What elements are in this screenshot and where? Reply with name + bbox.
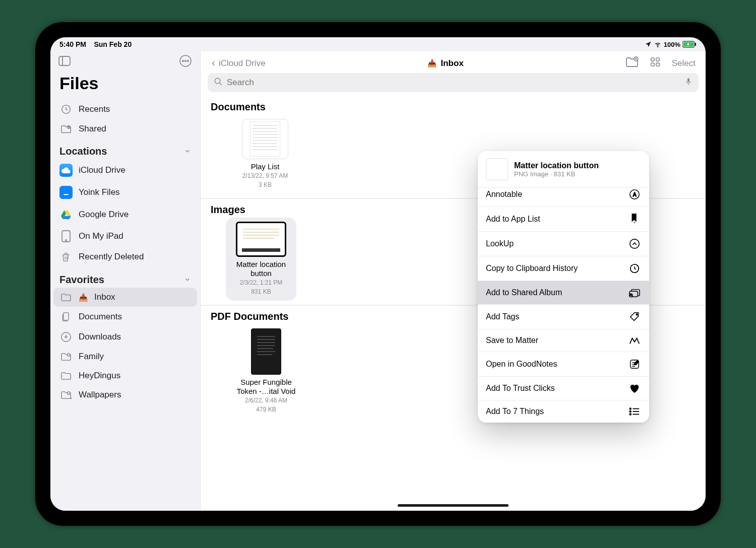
- battery-icon: [682, 41, 697, 48]
- file-meta-date: 2/6/22, 9:46 AM: [231, 397, 301, 405]
- chevron-up-circle-icon: [628, 238, 641, 249]
- section-heading-documents: Documents: [201, 96, 706, 116]
- heart-icon: [628, 383, 641, 393]
- context-subtitle: PNG Image · 831 KB: [514, 170, 599, 178]
- context-menu: Matter location button PNG Image · 831 K…: [478, 151, 649, 423]
- home-indicator[interactable]: [398, 504, 509, 507]
- search-icon: [214, 77, 223, 88]
- sidebar-item-family[interactable]: Family: [53, 347, 197, 366]
- annotate-icon: A: [628, 189, 641, 200]
- sidebar-title: Files: [53, 70, 197, 99]
- context-item-annotable[interactable]: Annotable A: [478, 187, 649, 207]
- svg-point-6: [182, 60, 184, 62]
- search-input[interactable]: [227, 78, 680, 88]
- inbox-emoji-icon: 📥: [427, 59, 437, 67]
- inbox-emoji-icon: 📥: [79, 294, 88, 301]
- download-icon: [59, 331, 73, 342]
- sidebar-item-downloads[interactable]: Downloads: [53, 327, 197, 347]
- sidebar-heading-locations[interactable]: Locations: [53, 142, 197, 159]
- chevron-down-icon: [184, 146, 191, 157]
- back-button[interactable]: iCloud Drive: [211, 58, 266, 68]
- sidebar-item-icloud-drive[interactable]: iCloud Drive: [53, 159, 197, 181]
- sidebar-item-google-drive[interactable]: Google Drive: [53, 203, 197, 226]
- icloud-icon: [59, 164, 73, 177]
- svg-point-7: [185, 60, 186, 62]
- shared-folder-icon: [59, 352, 73, 361]
- context-item-goodnotes[interactable]: Open in GoodNotes: [478, 352, 649, 376]
- svg-point-60: [629, 411, 631, 413]
- battery-percent: 100%: [664, 41, 680, 48]
- bookmark-add-icon: +: [628, 214, 641, 225]
- tag-icon: [628, 311, 641, 322]
- sidebar-toggle-icon[interactable]: [58, 56, 71, 68]
- context-item-trust-clicks[interactable]: Add To Trust Clicks: [478, 376, 649, 400]
- sidebar-item-heydingus[interactable]: HeyDingus: [53, 366, 197, 385]
- sidebar-item-yoink-files[interactable]: Yoink Files: [53, 181, 197, 203]
- location-icon: [645, 41, 652, 48]
- sidebar-item-wallpapers[interactable]: Wallpapers: [53, 385, 197, 404]
- context-item-clipboard-history[interactable]: Copy to Clipboard History: [478, 256, 649, 281]
- svg-point-62: [629, 414, 631, 415]
- status-date: Sun Feb 20: [94, 40, 132, 48]
- select-button[interactable]: Select: [672, 58, 696, 68]
- search-field[interactable]: [208, 73, 699, 92]
- context-item-save-matter[interactable]: Save to Matter: [478, 329, 649, 352]
- context-item-7-things[interactable]: Add To 7 Things: [478, 400, 649, 423]
- microphone-icon[interactable]: [684, 77, 692, 89]
- context-item-add-tags[interactable]: Add Tags: [478, 304, 649, 329]
- file-tile-selected[interactable]: Matter location button 2/3/22, 1:21 PM 8…: [226, 218, 296, 301]
- sidebar-item-label: Family: [79, 352, 104, 362]
- svg-rect-24: [250, 121, 280, 157]
- sidebar-item-documents[interactable]: Documents: [53, 307, 197, 327]
- sidebar-item-label: HeyDingus: [79, 371, 120, 381]
- trash-icon: [59, 251, 73, 262]
- more-icon[interactable]: [179, 54, 192, 70]
- sidebar-item-on-my-ipad[interactable]: On My iPad: [53, 226, 197, 247]
- svg-rect-2: [695, 43, 696, 46]
- svg-point-16: [68, 392, 70, 394]
- file-tile[interactable]: Play List 2/13/22, 9:57 AM 3 KB: [235, 119, 295, 189]
- sidebar-item-label: Inbox: [94, 292, 115, 302]
- svg-rect-20: [651, 63, 654, 66]
- file-tile[interactable]: Super Fungible Token -…ital Void 2/6/22,…: [231, 328, 301, 414]
- sidebar-item-inbox[interactable]: 📥 Inbox: [53, 288, 197, 307]
- sidebar-item-recently-deleted[interactable]: Recently Deleted: [53, 247, 197, 267]
- ipad-frame: 5:40 PM Sun Feb 20 100% •••: [35, 22, 721, 526]
- sidebar-item-label: Wallpapers: [79, 390, 121, 400]
- folder-icon: [59, 293, 73, 302]
- shared-folder-icon: [59, 124, 73, 134]
- svg-rect-18: [651, 58, 654, 61]
- svg-point-50: [630, 239, 639, 248]
- sidebar-item-recents[interactable]: Recents: [53, 99, 197, 119]
- file-meta-size: 3 KB: [235, 181, 295, 189]
- sidebar-item-label: Downloads: [79, 332, 121, 342]
- sidebar-heading-favorites[interactable]: Favorites: [53, 270, 197, 288]
- svg-point-8: [187, 60, 189, 62]
- ipad-icon: [59, 230, 73, 242]
- svg-text:A: A: [633, 192, 637, 197]
- svg-point-56: [636, 314, 638, 315]
- view-options-icon[interactable]: [650, 56, 661, 70]
- svg-text:+: +: [634, 221, 636, 225]
- yoink-icon: [59, 186, 73, 199]
- file-name: Matter location button: [229, 260, 293, 278]
- file-thumbnail: [236, 222, 286, 257]
- screen: 5:40 PM Sun Feb 20 100% •••: [50, 37, 706, 511]
- file-name: Play List: [235, 162, 295, 171]
- chevron-down-icon: [184, 274, 191, 286]
- sidebar-item-shared[interactable]: Shared: [53, 119, 197, 139]
- context-item-lookup[interactable]: LookUp: [478, 231, 649, 256]
- context-item-add-app-list[interactable]: Add to App List +: [478, 207, 649, 231]
- svg-rect-23: [687, 78, 689, 82]
- svg-rect-21: [656, 63, 659, 66]
- context-item-shared-album[interactable]: Add to Shared Album: [478, 281, 649, 304]
- new-folder-icon[interactable]: [625, 56, 639, 70]
- matter-icon: [628, 336, 641, 345]
- sidebar-item-label: Shared: [79, 124, 106, 134]
- nav-bar: iCloud Drive 📥 Inbox Select: [201, 51, 706, 73]
- file-meta-size: 831 KB: [229, 288, 293, 296]
- context-menu-header: Matter location button PNG Image · 831 K…: [478, 151, 649, 187]
- svg-rect-19: [656, 58, 659, 61]
- svg-point-22: [215, 78, 220, 84]
- sidebar-item-label: iCloud Drive: [79, 165, 125, 175]
